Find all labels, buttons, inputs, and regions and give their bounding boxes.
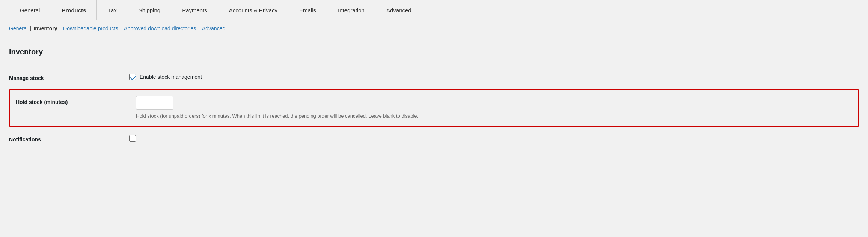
tab-payments[interactable]: Payments (171, 0, 218, 20)
hold-stock-label: Hold stock (minutes) (16, 96, 136, 105)
hold-stock-help-text: Hold stock (for unpaid orders) for x min… (136, 112, 474, 120)
sub-nav: General | Inventory | Downloadable produ… (0, 20, 868, 37)
hold-stock-control: Hold stock (for unpaid orders) for x min… (136, 96, 852, 120)
manage-stock-checkbox-label: Enable stock management (140, 74, 202, 80)
tab-general[interactable]: General (9, 0, 51, 20)
notifications-control (129, 135, 859, 143)
main-content: Inventory Manage stock Enable stock mana… (0, 37, 868, 160)
manage-stock-row: Manage stock Enable stock management (9, 67, 859, 88)
subnav-general[interactable]: General (9, 26, 28, 32)
subnav-inventory[interactable]: Inventory (33, 26, 57, 32)
page-wrapper: General Products Tax Shipping Payments A… (0, 0, 868, 237)
subnav-sep-1: | (30, 26, 32, 32)
tab-shipping[interactable]: Shipping (128, 0, 171, 20)
tab-bar: General Products Tax Shipping Payments A… (0, 0, 868, 20)
tab-integration[interactable]: Integration (327, 0, 375, 20)
section-title: Inventory (9, 48, 859, 56)
manage-stock-control: Enable stock management (129, 74, 859, 80)
subnav-sep-3: | (120, 26, 122, 32)
subnav-approved-download-directories[interactable]: Approved download directories (124, 26, 196, 32)
manage-stock-checkbox[interactable] (129, 74, 136, 80)
subnav-sep-2: | (59, 26, 61, 32)
notifications-label: Notifications (9, 135, 129, 142)
tab-advanced[interactable]: Advanced (375, 0, 422, 20)
subnav-advanced[interactable]: Advanced (202, 26, 225, 32)
notifications-row: Notifications (9, 128, 859, 150)
tab-products[interactable]: Products (51, 0, 97, 20)
tab-emails[interactable]: Emails (288, 0, 327, 20)
subnav-downloadable-products[interactable]: Downloadable products (63, 26, 118, 32)
tab-tax[interactable]: Tax (97, 0, 127, 20)
manage-stock-label: Manage stock (9, 74, 129, 81)
tab-accounts-privacy[interactable]: Accounts & Privacy (218, 0, 288, 20)
subnav-sep-4: | (198, 26, 200, 32)
hold-stock-row: Hold stock (minutes) Hold stock (for unp… (9, 89, 859, 127)
hold-stock-input[interactable] (136, 96, 173, 110)
notifications-checkbox[interactable] (129, 135, 136, 142)
manage-stock-checkbox-row: Enable stock management (129, 74, 859, 80)
